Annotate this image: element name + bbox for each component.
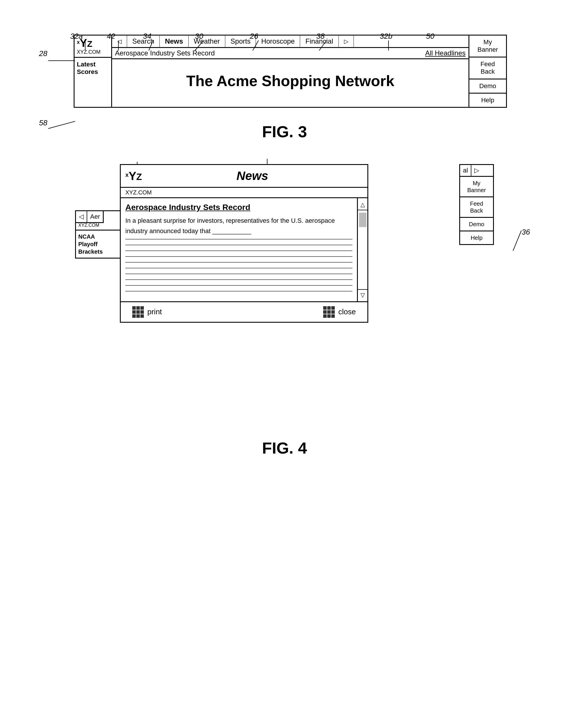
fig3-my-banner-btn[interactable]: My Banner xyxy=(469,36,506,57)
ref-36: 36 xyxy=(522,228,530,237)
fig3-sidebar-scores: Latest Scores xyxy=(75,58,111,79)
fig3-ticker-bar: Aerospace Industry Sets Record All Headl… xyxy=(112,48,468,59)
fig3-right-sidebar: My Banner Feed Back Demo Help xyxy=(468,36,506,107)
print-label: print xyxy=(147,307,162,316)
ref-58: 58 xyxy=(39,118,47,127)
fig4-right-buttons: My Banner Feed Back Demo Help xyxy=(459,177,494,245)
fig4-popup-header: xYZ News xyxy=(121,165,367,188)
article-line xyxy=(125,279,352,280)
fig4-article: Aerospace Industry Sets Record In a plea… xyxy=(121,198,357,301)
article-line xyxy=(125,268,352,268)
fig4-bg-content: NCAA Playoff Brackets xyxy=(76,231,123,258)
fig4-bg-aer: Aer xyxy=(87,211,103,222)
fig4-close-btn[interactable]: close xyxy=(323,306,356,318)
fig3-help-btn[interactable]: Help xyxy=(469,94,506,107)
fig3-domain: XYZ.COM xyxy=(77,49,109,55)
ref-26: 26 xyxy=(250,32,258,41)
close-label: close xyxy=(338,307,356,316)
fig3-left-sidebar: xYZ XYZ.COM Latest Scores xyxy=(75,36,112,107)
nav-weather[interactable]: Weather xyxy=(189,36,225,47)
fig4-print-btn[interactable]: print xyxy=(132,306,162,318)
fig3-nav-bar: ◁ Search News Weather Sports Horoscope F… xyxy=(112,36,468,48)
fig4-feedback-btn[interactable]: Feed Back xyxy=(460,197,493,218)
article-line xyxy=(125,274,352,274)
logo-z: Z xyxy=(87,39,92,49)
article-line xyxy=(125,250,352,251)
fig4-article-headline: Aerospace Industry Sets Record xyxy=(125,203,352,212)
fig4-article-lines xyxy=(125,239,352,291)
fig3-demo-btn[interactable]: Demo xyxy=(469,79,506,94)
popup-logo-z: Z xyxy=(136,172,142,182)
article-line xyxy=(125,256,352,257)
article-line xyxy=(125,245,352,245)
fig4-partial-nav-arrow[interactable]: ▷ xyxy=(471,165,482,176)
fig3-main-area: ◁ Search News Weather Sports Horoscope F… xyxy=(112,36,468,107)
fig3-all-headlines-link[interactable]: All Headlines xyxy=(425,49,466,57)
fig3-ticker-headline: Aerospace Industry Sets Record xyxy=(115,49,425,57)
fig4-article-body: In a pleasant surprise for investors, re… xyxy=(125,216,352,236)
article-line xyxy=(125,239,352,239)
ref-30: 30 xyxy=(195,32,203,41)
ref-42: 42 xyxy=(107,32,115,41)
ref-38: 38 xyxy=(316,32,325,41)
ref-32b: 32b xyxy=(380,32,392,41)
ref-28: 28 xyxy=(39,49,47,58)
ref-34: 34 xyxy=(143,32,151,41)
print-icon xyxy=(132,306,144,318)
nav-forward-arrow[interactable]: ▷ xyxy=(339,36,354,47)
fig4-scroll-thumb[interactable] xyxy=(359,213,367,227)
popup-logo-y: Y xyxy=(129,170,136,182)
fig4-caption: FIG. 4 xyxy=(39,439,530,457)
fig4-help-btn[interactable]: Help xyxy=(460,231,493,244)
fig4-news-title: News xyxy=(142,169,363,183)
svg-line-11 xyxy=(501,231,521,251)
fig3-banner: The Acme Shopping Network xyxy=(112,59,468,103)
ref-32a: 32a xyxy=(70,32,83,41)
fig4-popup-domain: XYZ.COM xyxy=(121,188,367,198)
fig4-popup: xYZ News XYZ.COM Aerospace Industry Sets… xyxy=(120,164,368,322)
fig4-popup-footer: print close xyxy=(121,301,367,322)
fig4-bg-arrow[interactable]: ◁ xyxy=(76,211,87,222)
fig4-scroll-down-arrow[interactable]: ▽ xyxy=(358,289,367,300)
fig4-right-sidebar-area: al ▷ My Banner Feed Back Demo Help xyxy=(459,164,494,245)
fig4-scroll-up-arrow[interactable]: △ xyxy=(358,199,367,210)
nav-horoscope[interactable]: Horoscope xyxy=(256,36,300,47)
fig3-caption: FIG. 3 xyxy=(39,122,530,141)
ref-50: 50 xyxy=(426,32,434,41)
article-line xyxy=(125,285,352,286)
fig4-my-banner-btn[interactable]: My Banner xyxy=(460,177,493,197)
nav-news[interactable]: News xyxy=(160,36,189,47)
fig3-feedback-btn[interactable]: Feed Back xyxy=(469,57,506,79)
article-line xyxy=(125,291,352,291)
popup-logo-x: x xyxy=(125,172,129,178)
fig4-article-wrapper: Aerospace Industry Sets Record In a plea… xyxy=(121,198,367,301)
fig4-partial-nav-al: al xyxy=(460,165,471,176)
close-icon xyxy=(323,306,335,318)
fig4-bg-domain: XYZ.COM xyxy=(78,223,121,228)
fig4-scrollbar: △ ▽ xyxy=(357,198,367,301)
fig4-partial-nav: al ▷ xyxy=(459,164,494,177)
fig4-popup-logo: xYZ xyxy=(125,170,142,183)
article-line xyxy=(125,262,352,263)
fig4-demo-btn[interactable]: Demo xyxy=(460,218,493,231)
